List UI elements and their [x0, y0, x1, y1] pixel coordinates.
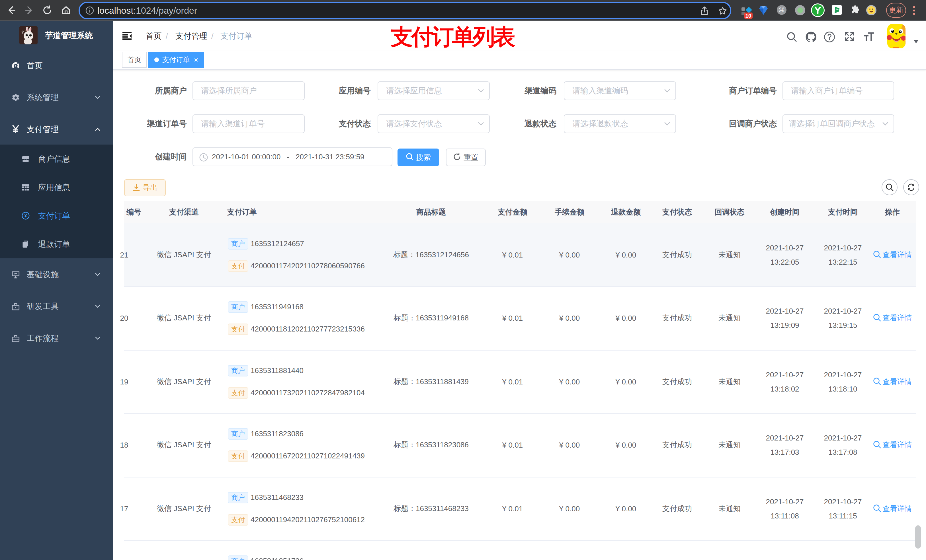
- svg-text:⌘: ⌘: [779, 6, 785, 14]
- svg-text:¥: ¥: [24, 213, 27, 219]
- svg-text:10: 10: [745, 13, 751, 19]
